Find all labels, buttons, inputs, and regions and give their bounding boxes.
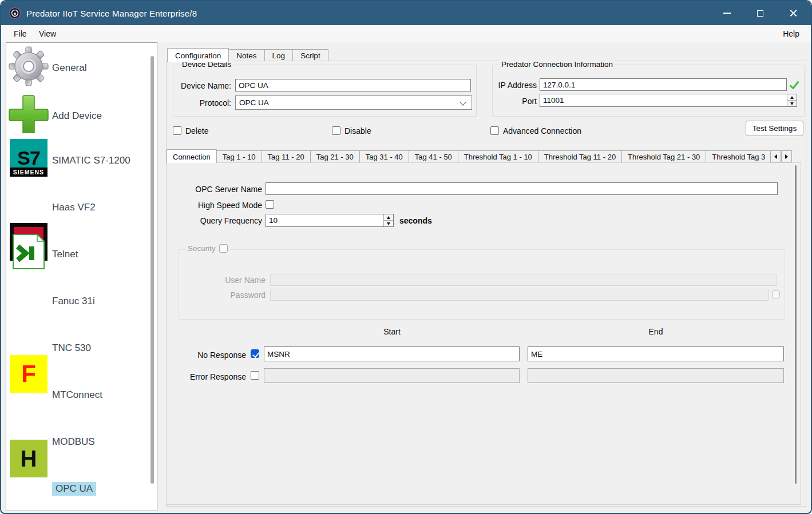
heidenhain-icon: H [10,440,47,477]
telnet-document-icon [10,233,47,273]
query-frequency-input[interactable] [266,214,383,226]
opc-server-name-field[interactable] [266,182,778,195]
device-name-input[interactable] [236,79,470,91]
disable-checkbox[interactable] [332,126,340,135]
connection-panel-scrollbar[interactable] [795,165,797,484]
minimize-icon [723,13,731,14]
sidebar-item-label: TNC 530 [52,342,91,354]
siemens-s7-icon: S7 SIEMENS [10,139,47,177]
start-column-header: Start [264,327,520,336]
advanced-connection-checkbox[interactable] [490,126,499,135]
show-password-checkbox [772,290,780,298]
protocol-select[interactable]: OPC UA [235,95,472,110]
app-window: Predator IIoT Service Manager Enterprise… [0,0,812,514]
sidebar-item-label: Telnet [52,249,78,260]
sidebar-item-label: Fanuc 31i [52,296,95,307]
query-frequency-field[interactable] [266,214,394,227]
port-spin-down-button[interactable] [787,101,797,106]
password-input [271,289,768,300]
sidebar-scrollbar[interactable] [150,56,154,484]
user-name-input [271,274,777,285]
query-frequency-spin-down-button[interactable] [384,221,393,226]
subtab-connection[interactable]: Connection [167,149,217,163]
error-response-end-input [528,369,783,382]
end-column-header: End [528,327,784,336]
subtab-tag-21-30[interactable]: Tag 21 - 30 [310,150,360,163]
minimize-button[interactable] [710,1,743,25]
close-button[interactable] [777,1,810,25]
window-title: Predator IIoT Service Manager Enterprise… [26,9,197,18]
subtab-threshold-tag-21-30[interactable]: Threshold Tag 21 - 30 [621,150,706,163]
ip-valid-check-icon [790,81,799,91]
opc-server-name-label: OPC Server Name [190,185,262,194]
left-arrow-icon [774,154,777,159]
port-spin-up-button[interactable] [787,94,797,101]
fanuc-icon-text: F [21,360,36,388]
subtab-tag-41-50[interactable]: Tag 41 - 50 [409,150,458,163]
no-response-end-field[interactable] [528,346,784,361]
security-legend: Security [185,244,230,253]
error-response-end-field [528,368,784,383]
test-settings-button[interactable]: Test Settings [746,121,803,136]
ip-address-field[interactable] [540,78,787,91]
maximize-button[interactable] [743,1,777,25]
high-speed-mode-label: High Speed Mode [190,201,262,210]
subtab-scroll-left-button[interactable] [770,150,781,162]
titlebar: Predator IIoT Service Manager Enterprise… [1,1,811,25]
high-speed-mode-checkbox[interactable] [266,200,274,209]
query-frequency-unit-label: seconds [399,216,432,225]
query-frequency-spinner [383,214,393,226]
maximize-icon [757,10,763,17]
no-response-label: No Response [173,350,246,360]
no-response-start-input[interactable] [264,347,519,361]
delete-label: Delete [185,126,208,136]
tab-script[interactable]: Script [292,49,328,62]
query-frequency-spin-up-button[interactable] [384,214,393,221]
subtab-threshold-tag-11-20[interactable]: Threshold Tag 11 - 20 [538,150,622,163]
sidebar-item-label: General [52,62,86,74]
subtab-threshold-tag-1-10[interactable]: Threshold Tag 1 - 10 [458,150,538,163]
fanuc-icon: F [10,355,47,393]
tab-notes[interactable]: Notes [228,49,264,62]
no-response-checkbox[interactable] [251,349,259,358]
gear-icon [9,46,49,89]
subtab-tag-11-20[interactable]: Tag 11 - 20 [262,150,311,163]
sidebar-item-label: OPC UA [52,482,96,496]
error-response-label: Error Response [173,372,246,381]
error-response-checkbox[interactable] [251,371,259,380]
security-checkbox[interactable] [219,244,228,253]
down-arrow-icon [387,222,390,225]
query-frequency-label: Query Frequency [190,216,262,225]
subtab-threshold-tag-31-40[interactable]: Threshold Tag 3 [706,150,770,163]
port-input[interactable] [540,94,786,106]
tab-configuration[interactable]: Configuration [167,48,229,62]
opc-server-name-input[interactable] [266,183,777,194]
device-name-field[interactable] [235,79,471,91]
ip-address-input[interactable] [540,79,786,90]
subtab-tag-1-10[interactable]: Tag 1 - 10 [216,150,262,163]
protocol-value: OPC UA [239,98,269,107]
app-icon [9,7,21,19]
menu-help[interactable]: Help [778,25,804,42]
window-controls [710,1,810,25]
port-spinner [787,94,797,106]
no-response-end-input[interactable] [528,347,783,361]
error-response-start-field [264,368,520,383]
sidebar-item-label: MODBUS [52,436,95,448]
delete-checkbox[interactable] [173,126,181,135]
menu-view[interactable]: View [34,25,61,42]
subtab-tag-31-40[interactable]: Tag 31 - 40 [359,150,409,163]
tab-log[interactable]: Log [264,49,294,62]
s7-icon-text: S7 [17,145,40,170]
chevron-down-icon [460,99,466,105]
sidebar: General Add Device S7 SIEMENS SIMATIC S7… [6,42,157,511]
advanced-connection-label: Advanced Connection [503,126,581,136]
password-label: Password [190,290,266,300]
menu-file[interactable]: File [9,25,31,42]
no-response-start-field[interactable] [264,346,520,361]
device-name-label: Device Name: [176,81,231,90]
port-field[interactable] [540,94,797,107]
sidebar-item-label: Haas VF2 [52,202,96,213]
up-arrow-icon [790,96,794,99]
subtab-scroll-right-button[interactable] [781,150,792,162]
